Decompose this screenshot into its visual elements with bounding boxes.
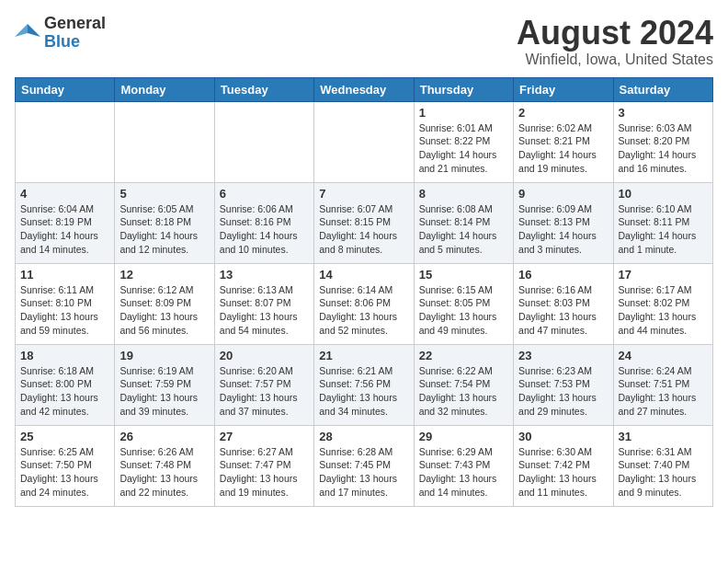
calendar-cell: 9Sunrise: 6:09 AM Sunset: 8:13 PM Daylig… [514,182,613,263]
calendar-cell: 16Sunrise: 6:16 AM Sunset: 8:03 PM Dayli… [514,263,613,344]
day-number: 10 [619,187,708,201]
calendar-cell: 20Sunrise: 6:20 AM Sunset: 7:57 PM Dayli… [214,344,313,425]
calendar-cell: 24Sunrise: 6:24 AM Sunset: 7:51 PM Dayli… [613,344,712,425]
day-number: 24 [619,349,708,362]
calendar-cell: 19Sunrise: 6:19 AM Sunset: 7:59 PM Dayli… [115,344,214,425]
day-header-friday: Friday [514,77,613,101]
day-number: 19 [119,349,209,362]
day-info: Sunrise: 6:01 AM Sunset: 8:22 PM Dayligh… [419,121,508,176]
day-number: 18 [20,349,109,362]
week-row-1: 1Sunrise: 6:01 AM Sunset: 8:22 PM Daylig… [16,101,713,182]
calendar-cell: 5Sunrise: 6:05 AM Sunset: 8:18 PM Daylig… [115,182,214,263]
calendar-cell: 6Sunrise: 6:06 AM Sunset: 8:16 PM Daylig… [214,182,313,263]
calendar-table: SundayMondayTuesdayWednesdayThursdayFrid… [15,77,713,507]
page-header: General Blue August 2024 Winfield, Iowa,… [15,15,713,68]
day-info: Sunrise: 6:23 AM Sunset: 7:53 PM Dayligh… [518,364,608,419]
calendar-cell: 10Sunrise: 6:10 AM Sunset: 8:11 PM Dayli… [613,182,712,263]
calendar-cell: 13Sunrise: 6:13 AM Sunset: 8:07 PM Dayli… [214,263,313,344]
day-info: Sunrise: 6:29 AM Sunset: 7:43 PM Dayligh… [419,445,508,500]
day-info: Sunrise: 6:30 AM Sunset: 7:42 PM Dayligh… [518,445,608,500]
day-header-thursday: Thursday [414,77,513,101]
day-number: 26 [119,430,209,443]
day-info: Sunrise: 6:20 AM Sunset: 7:57 PM Dayligh… [220,364,309,419]
day-header-wednesday: Wednesday [314,77,414,101]
day-info: Sunrise: 6:11 AM Sunset: 8:10 PM Dayligh… [20,283,109,338]
calendar-cell: 17Sunrise: 6:17 AM Sunset: 8:02 PM Dayli… [613,263,712,344]
day-info: Sunrise: 6:26 AM Sunset: 7:48 PM Dayligh… [119,445,209,500]
day-info: Sunrise: 6:25 AM Sunset: 7:50 PM Dayligh… [20,445,109,500]
calendar-cell: 4Sunrise: 6:04 AM Sunset: 8:19 PM Daylig… [16,182,115,263]
calendar-cell: 3Sunrise: 6:03 AM Sunset: 8:20 PM Daylig… [613,101,712,182]
calendar-cell [115,101,214,182]
calendar-cell: 28Sunrise: 6:28 AM Sunset: 7:45 PM Dayli… [314,425,414,506]
day-number: 17 [619,268,708,282]
day-info: Sunrise: 6:16 AM Sunset: 8:03 PM Dayligh… [518,283,608,338]
week-row-4: 18Sunrise: 6:18 AM Sunset: 8:00 PM Dayli… [16,344,713,425]
day-info: Sunrise: 6:12 AM Sunset: 8:09 PM Dayligh… [119,283,209,338]
calendar-cell: 1Sunrise: 6:01 AM Sunset: 8:22 PM Daylig… [414,101,513,182]
day-number: 23 [518,349,608,362]
day-info: Sunrise: 6:18 AM Sunset: 8:00 PM Dayligh… [20,364,109,419]
day-info: Sunrise: 6:02 AM Sunset: 8:21 PM Dayligh… [518,121,608,176]
day-info: Sunrise: 6:08 AM Sunset: 8:14 PM Dayligh… [419,202,508,257]
day-header-saturday: Saturday [613,77,712,101]
calendar-cell: 7Sunrise: 6:07 AM Sunset: 8:15 PM Daylig… [314,182,414,263]
location-label: Winfield, Iowa, United States [517,52,713,68]
day-info: Sunrise: 6:14 AM Sunset: 8:06 PM Dayligh… [319,283,408,338]
day-number: 9 [518,187,608,201]
day-number: 27 [220,430,309,443]
calendar-cell: 25Sunrise: 6:25 AM Sunset: 7:50 PM Dayli… [16,425,115,506]
calendar-cell: 27Sunrise: 6:27 AM Sunset: 7:47 PM Dayli… [214,425,313,506]
calendar-cell: 2Sunrise: 6:02 AM Sunset: 8:21 PM Daylig… [514,101,613,182]
day-info: Sunrise: 6:03 AM Sunset: 8:20 PM Dayligh… [619,121,708,176]
day-number: 25 [20,430,109,443]
day-number: 29 [419,430,508,443]
day-number: 15 [419,268,508,282]
day-number: 6 [220,187,309,201]
logo-general: General [44,15,106,33]
day-info: Sunrise: 6:04 AM Sunset: 8:19 PM Dayligh… [20,202,109,257]
day-info: Sunrise: 6:31 AM Sunset: 7:40 PM Dayligh… [619,445,708,500]
week-row-5: 25Sunrise: 6:25 AM Sunset: 7:50 PM Dayli… [16,425,713,506]
calendar-cell [16,101,115,182]
title-block: August 2024 Winfield, Iowa, United State… [517,15,713,68]
day-number: 28 [319,430,408,443]
day-number: 16 [518,268,608,282]
calendar-cell: 23Sunrise: 6:23 AM Sunset: 7:53 PM Dayli… [514,344,613,425]
calendar-cell: 26Sunrise: 6:26 AM Sunset: 7:48 PM Dayli… [115,425,214,506]
day-number: 2 [518,106,608,120]
calendar-cell: 15Sunrise: 6:15 AM Sunset: 8:05 PM Dayli… [414,263,513,344]
calendar-cell: 8Sunrise: 6:08 AM Sunset: 8:14 PM Daylig… [414,182,513,263]
day-number: 30 [518,430,608,443]
day-number: 7 [319,187,408,201]
logo-blue: Blue [44,33,106,52]
day-number: 21 [319,349,408,362]
day-info: Sunrise: 6:27 AM Sunset: 7:47 PM Dayligh… [220,445,309,500]
calendar-cell: 30Sunrise: 6:30 AM Sunset: 7:42 PM Dayli… [514,425,613,506]
calendar-cell: 12Sunrise: 6:12 AM Sunset: 8:09 PM Dayli… [115,263,214,344]
day-number: 11 [20,268,109,282]
day-header-monday: Monday [115,77,214,101]
calendar-cell [214,101,313,182]
day-info: Sunrise: 6:17 AM Sunset: 8:02 PM Dayligh… [619,283,708,338]
day-info: Sunrise: 6:06 AM Sunset: 8:16 PM Dayligh… [220,202,309,257]
day-info: Sunrise: 6:21 AM Sunset: 7:56 PM Dayligh… [319,364,408,419]
week-row-3: 11Sunrise: 6:11 AM Sunset: 8:10 PM Dayli… [16,263,713,344]
day-info: Sunrise: 6:15 AM Sunset: 8:05 PM Dayligh… [419,283,508,338]
day-info: Sunrise: 6:13 AM Sunset: 8:07 PM Dayligh… [220,283,309,338]
day-number: 20 [220,349,309,362]
calendar-cell [314,101,414,182]
day-info: Sunrise: 6:22 AM Sunset: 7:54 PM Dayligh… [419,364,508,419]
day-info: Sunrise: 6:19 AM Sunset: 7:59 PM Dayligh… [119,364,209,419]
day-info: Sunrise: 6:28 AM Sunset: 7:45 PM Dayligh… [319,445,408,500]
calendar-cell: 31Sunrise: 6:31 AM Sunset: 7:40 PM Dayli… [613,425,712,506]
day-header-tuesday: Tuesday [214,77,313,101]
day-info: Sunrise: 6:05 AM Sunset: 8:18 PM Dayligh… [119,202,209,257]
calendar-cell: 22Sunrise: 6:22 AM Sunset: 7:54 PM Dayli… [414,344,513,425]
day-number: 8 [419,187,508,201]
day-header-sunday: Sunday [16,77,115,101]
calendar-cell: 29Sunrise: 6:29 AM Sunset: 7:43 PM Dayli… [414,425,513,506]
day-info: Sunrise: 6:07 AM Sunset: 8:15 PM Dayligh… [319,202,408,257]
day-info: Sunrise: 6:09 AM Sunset: 8:13 PM Dayligh… [518,202,608,257]
calendar-cell: 18Sunrise: 6:18 AM Sunset: 8:00 PM Dayli… [16,344,115,425]
